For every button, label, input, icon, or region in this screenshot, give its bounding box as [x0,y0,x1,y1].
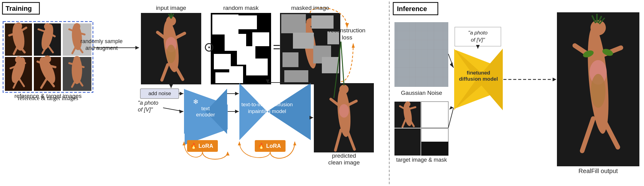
svg-text:of [V]": of [V]" [138,107,153,113]
svg-line-120 [347,130,354,149]
svg-rect-62 [214,54,231,69]
svg-line-11 [18,45,25,52]
svg-text:Inference: Inference [397,5,427,13]
svg-marker-186 [455,50,502,108]
svg-rect-168 [394,102,421,128]
svg-rect-5 [5,23,32,56]
svg-line-44 [77,65,84,67]
svg-point-193 [590,20,606,35]
svg-marker-210 [449,106,454,110]
svg-line-201 [603,119,618,147]
svg-text:target image & mask: target image & mask [396,157,447,163]
svg-text:masked image: masked image [291,5,329,11]
svg-line-25 [77,45,82,52]
svg-line-55 [162,65,168,80]
main-container: Training [0,0,644,186]
svg-line-199 [603,48,621,55]
svg-rect-63 [234,15,257,29]
svg-line-36 [38,62,47,65]
svg-line-30 [18,63,25,65]
svg-line-15 [38,29,47,32]
svg-line-32 [18,78,24,86]
svg-line-45 [72,78,77,87]
svg-rect-175 [421,102,448,128]
svg-text:clean image: clean image [328,159,360,166]
svg-line-31 [14,78,18,88]
svg-point-58 [166,45,176,63]
svg-rect-33 [34,57,61,91]
svg-marker-188 [476,49,503,110]
svg-text:inpainting model: inpainting model [248,108,286,114]
svg-rect-3 [3,22,93,92]
svg-rect-95 [140,89,179,99]
svg-rect-80 [284,70,308,83]
svg-point-57 [166,37,177,52]
svg-point-203 [591,74,606,108]
svg-line-196 [598,16,602,23]
svg-line-197 [599,18,605,24]
svg-rect-75 [293,33,314,49]
svg-text:encoder: encoder [196,112,215,118]
svg-line-115 [334,42,341,98]
svg-marker-187 [454,49,476,110]
svg-rect-77 [311,15,334,29]
svg-rect-178 [421,128,448,156]
svg-rect-59 [211,13,271,84]
svg-rect-1 [2,2,39,14]
svg-rect-67 [246,59,268,75]
svg-point-7 [15,22,22,30]
svg-point-169 [402,102,414,127]
svg-line-54 [174,33,185,38]
svg-marker-108 [267,83,311,140]
svg-marker-99 [185,89,228,145]
svg-line-46 [77,78,82,86]
svg-line-9 [18,28,26,32]
svg-rect-12 [34,23,61,56]
svg-marker-86 [345,23,349,28]
svg-text:diffusion model: diffusion model [459,76,498,82]
svg-text:🔥 LoRA: 🔥 LoRA [190,143,213,149]
svg-point-20 [71,23,83,51]
svg-text:input image: input image [156,5,186,11]
svg-marker-130 [293,142,296,145]
svg-marker-129 [182,142,186,145]
svg-rect-68 [229,66,243,83]
svg-rect-177 [394,128,421,156]
svg-text:add noise: add noise [148,91,171,96]
svg-rect-151 [394,22,448,87]
svg-line-118 [348,101,356,105]
svg-text:"a photo: "a photo [138,100,158,106]
svg-marker-103 [206,89,227,134]
svg-text:❄: ❄ [193,98,198,106]
svg-line-50 [169,14,171,18]
svg-rect-180 [421,142,448,156]
svg-rect-70 [280,13,340,84]
svg-rect-124 [187,140,218,152]
svg-text:🔥 LoRA: 🔥 LoRA [258,143,281,149]
svg-marker-107 [239,83,267,140]
svg-point-13 [39,23,55,51]
svg-text:reconstruction: reconstruction [329,27,365,34]
svg-line-200 [582,119,593,151]
svg-rect-149 [393,2,438,15]
svg-text:finetuned: finetuned [467,70,490,76]
svg-marker-135 [235,110,239,113]
svg-line-23 [77,32,85,34]
svg-text:"a photo: "a photo [468,30,488,36]
svg-rect-66 [215,72,240,83]
svg-marker-139 [235,92,239,95]
svg-point-71 [302,22,319,69]
svg-point-42 [74,56,80,63]
svg-point-114 [339,85,349,94]
svg-text:and augment: and augment [85,45,118,51]
svg-point-192 [584,26,612,135]
svg-point-72 [306,18,314,26]
svg-rect-112 [314,83,374,152]
svg-marker-101 [185,89,228,145]
svg-text:⊙: ⊙ [204,40,214,54]
svg-line-116 [341,42,344,86]
svg-line-172 [410,107,415,109]
svg-rect-79 [327,31,339,44]
svg-rect-69 [280,13,340,84]
svg-line-171 [400,106,406,109]
